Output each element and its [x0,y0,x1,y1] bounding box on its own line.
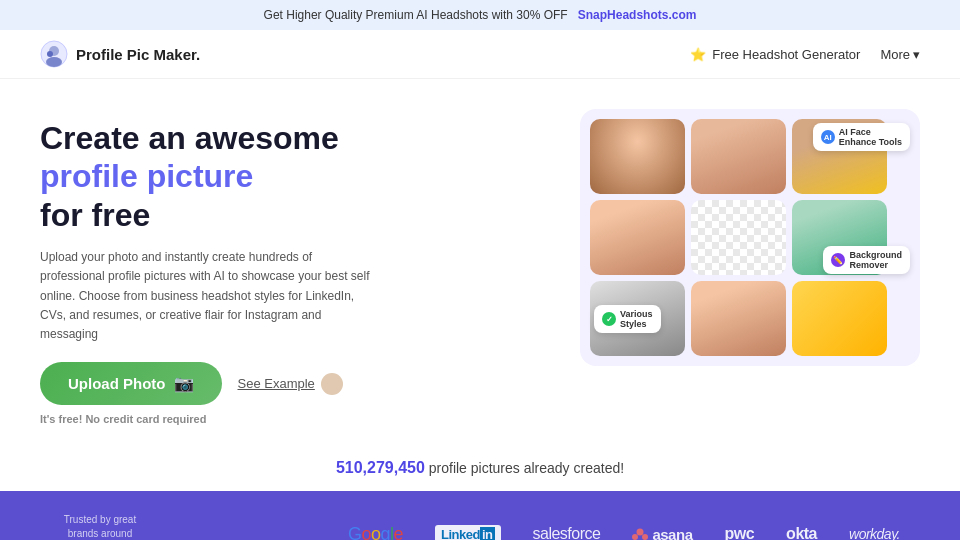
photo-cell-4 [590,200,685,275]
logo-icon [40,40,68,68]
photo-cell-8 [792,281,887,356]
ai-icon: AI [821,130,835,144]
hero-description: Upload your photo and instantly create h… [40,248,370,344]
star-icon: ⭐ [690,47,706,62]
more-label: More [880,47,910,62]
bg-badge-text: Background Remover [849,250,902,270]
upload-button-label: Upload Photo [68,375,166,392]
upload-icon: 📷 [174,374,194,393]
title-line2: profile picture [40,158,253,194]
styles-icon: ✓ [602,312,616,326]
top-banner: Get Higher Quality Premium AI Headshots … [0,0,960,30]
bg-remover-icon: ✏️ [831,253,845,267]
hero-title: Create an awesome profile picture for fr… [40,119,560,234]
brand-workday: workday. [849,526,900,540]
brand-okta: okta [786,525,817,540]
title-line3: for free [40,197,150,233]
brand-linkedin: Linkedin [435,525,500,540]
no-card-label: No credit card required [85,413,206,425]
cta-row: Upload Photo 📷 See Example [40,362,560,405]
svg-point-4 [637,529,644,536]
hero-left: Create an awesome profile picture for fr… [40,109,560,425]
main-section: Create an awesome profile picture for fr… [0,79,960,445]
brand-asana: asana [632,526,692,540]
navbar: Profile Pic Maker. ⭐ Free Headshot Gener… [0,30,960,79]
logo[interactable]: Profile Pic Maker. [40,40,200,68]
svg-point-6 [642,534,648,540]
brand-google: Google [348,524,403,540]
ai-face-badge: AI AI Face Enhance Tools [813,123,910,151]
chevron-down-icon: ▾ [913,47,920,62]
banner-text: Get Higher Quality Premium AI Headshots … [264,8,568,22]
photo-cell-checker [691,200,786,275]
stats-count: 510,279,450 [336,459,425,476]
brands-list: Google Linkedin salesforce asana pwc okt… [348,524,900,540]
its-free-label: It's free! [40,413,82,425]
headshot-generator-link[interactable]: ⭐ Free Headshot Generator [690,47,860,62]
headshot-label: Free Headshot Generator [712,47,860,62]
banner-link[interactable]: SnapHeadshots.com [578,8,697,22]
ai-badge-text: AI Face Enhance Tools [839,127,902,147]
svg-point-3 [47,51,53,57]
background-remover-badge: ✏️ Background Remover [823,246,910,274]
photo-cell-1 [590,119,685,194]
asana-text: asana [652,526,692,540]
stats-bar: 510,279,450 profile pictures already cre… [0,445,960,491]
title-line1: Create an awesome [40,120,339,156]
brand-pwc: pwc [724,525,754,540]
free-notice: It's free! No credit card required [40,413,560,425]
upload-photo-button[interactable]: Upload Photo 📷 [40,362,222,405]
asana-icon [632,526,648,540]
more-menu[interactable]: More ▾ [880,47,920,62]
photo-cell-2 [691,119,786,194]
hero-right: AI AI Face Enhance Tools ✏️ Background R… [580,109,920,349]
brands-bar: Trusted by great brands around the world… [0,491,960,540]
logo-text: Profile Pic Maker. [76,46,200,63]
see-example-link[interactable]: See Example [238,373,343,395]
nav-right: ⭐ Free Headshot Generator More ▾ [690,47,920,62]
photo-cell-7 [691,281,786,356]
styles-badge-text: Various Styles [620,309,653,329]
svg-point-2 [46,57,62,67]
stats-suffix: profile pictures already created! [429,460,624,476]
brand-salesforce: salesforce [533,525,601,540]
brands-intro: Trusted by great brands around the world [60,513,140,540]
example-avatar [321,373,343,395]
svg-point-5 [632,534,638,540]
various-styles-badge: ✓ Various Styles [594,305,661,333]
see-example-label: See Example [238,376,315,391]
